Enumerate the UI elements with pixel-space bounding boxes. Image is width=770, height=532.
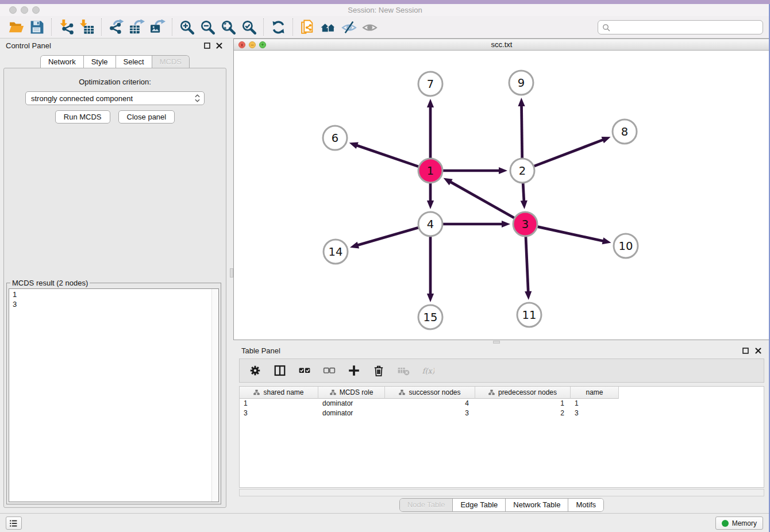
graph-node-4[interactable]: 4	[418, 212, 442, 236]
import-network-button[interactable]	[56, 18, 76, 36]
cell-MCDS-role[interactable]: dominator	[318, 408, 385, 418]
graph-edge-3-11[interactable]	[525, 237, 532, 300]
graph-edge-4-14[interactable]	[350, 228, 418, 248]
cell-successor-nodes[interactable]: 3	[385, 408, 475, 418]
frame-minimize-icon[interactable]: –	[249, 41, 256, 48]
close-panel-icon[interactable]	[215, 42, 223, 49]
first-neighbors-button[interactable]	[318, 18, 338, 36]
graph-edge-2-9[interactable]	[518, 98, 525, 158]
graph-node-8[interactable]: 8	[613, 119, 637, 144]
first-neighbors-icon	[321, 20, 336, 35]
graph-node-10[interactable]: 10	[614, 234, 638, 258]
result-scrollbar[interactable]	[211, 289, 218, 502]
tab-network-table[interactable]: Network Table	[505, 499, 568, 511]
optimization-criterion-select[interactable]: strongly connected component	[25, 91, 205, 105]
float-panel-icon[interactable]	[203, 42, 211, 49]
settings-button[interactable]	[248, 364, 262, 377]
network-frame-titlebar[interactable]: x – + scc.txt	[234, 39, 769, 51]
graph-edge-1-7[interactable]	[427, 99, 434, 158]
export-network-button[interactable]	[106, 18, 126, 36]
select-all-button[interactable]	[298, 364, 311, 377]
cell-MCDS-role[interactable]: dominator	[318, 399, 385, 408]
tab-node-table[interactable]: Node Table	[400, 499, 453, 511]
frame-close-icon[interactable]: x	[238, 41, 245, 48]
export-image-button[interactable]	[147, 18, 168, 36]
function-builder-button: f(x)	[421, 364, 435, 377]
column-header-name[interactable]: name	[571, 387, 619, 399]
graph-edge-3-1[interactable]	[444, 178, 514, 218]
cell-name[interactable]: 3	[571, 408, 619, 418]
zoom-fit-button[interactable]	[218, 18, 238, 36]
table-tabs: Node TableEdge TableNetwork TableMotifs	[399, 498, 604, 512]
open-session-button[interactable]	[6, 18, 26, 36]
control-panel-title: Control Panel	[6, 41, 51, 50]
column-header-predecessor-nodes[interactable]: predecessor nodes	[475, 387, 571, 399]
graph-edge-2-8[interactable]	[534, 137, 611, 166]
close-table-panel-icon[interactable]	[754, 347, 762, 354]
cell-predecessor-nodes[interactable]: 1	[475, 399, 571, 408]
graph-edge-1-4[interactable]	[427, 183, 434, 209]
search-box[interactable]	[598, 20, 763, 34]
graph-edge-2-3[interactable]	[521, 183, 528, 209]
hide-selected-button[interactable]	[338, 18, 359, 36]
tab-edge-table[interactable]: Edge Table	[452, 499, 505, 511]
cell-predecessor-nodes[interactable]: 2	[475, 408, 571, 418]
horizontal-splitter-handle[interactable]	[493, 341, 500, 344]
graph-node-11[interactable]: 11	[517, 303, 541, 327]
mcds-result-textarea[interactable]: 1 3	[9, 288, 219, 502]
refresh-button[interactable]	[268, 18, 288, 36]
graph-node-2[interactable]: 2	[510, 159, 534, 183]
table-toolbar: f(x)	[239, 358, 764, 383]
export-table-button[interactable]	[126, 18, 147, 36]
cell-successor-nodes[interactable]: 4	[385, 399, 475, 408]
svg-text:11: 11	[522, 309, 537, 322]
table-row-2[interactable]: 3dominator323	[240, 408, 764, 418]
deselect-all-button[interactable]	[322, 364, 336, 377]
columns-button[interactable]	[273, 364, 287, 377]
table-row-1[interactable]: 1dominator411	[240, 399, 764, 408]
graph-node-3[interactable]: 3	[513, 212, 537, 236]
graph-node-6[interactable]: 6	[323, 126, 347, 150]
save-session-button[interactable]	[26, 18, 47, 36]
delete-row-button[interactable]	[372, 364, 386, 377]
criterion-selected-value: strongly connected component	[31, 94, 133, 103]
graph-node-15[interactable]: 15	[418, 305, 442, 329]
import-table-button[interactable]	[76, 18, 97, 36]
memory-button[interactable]: Memory	[715, 516, 763, 530]
search-input[interactable]	[610, 22, 763, 33]
graph-edge-1-2[interactable]	[443, 167, 507, 174]
console-list-button[interactable]	[6, 516, 22, 530]
zoom-in-button[interactable]	[176, 18, 197, 36]
horizontal-splitter[interactable]	[233, 340, 770, 345]
graph-edge-4-3[interactable]	[443, 221, 510, 228]
zoom-out-button[interactable]	[197, 18, 218, 36]
network-canvas[interactable]: 7968124314101511	[234, 51, 769, 340]
tab-style[interactable]: Style	[83, 56, 116, 68]
column-header-MCDS-role[interactable]: MCDS role	[318, 387, 385, 399]
add-row-button[interactable]	[347, 364, 361, 377]
graph-edge-4-15[interactable]	[427, 237, 434, 302]
network-from-selection-button[interactable]	[297, 18, 318, 36]
tab-select[interactable]: Select	[116, 56, 152, 68]
frame-maximize-icon[interactable]: +	[259, 41, 266, 48]
column-header-successor-nodes[interactable]: successor nodes	[385, 387, 475, 399]
network-graph[interactable]: 7968124314101511	[234, 51, 769, 340]
tab-mcds[interactable]: MCDS	[152, 56, 189, 68]
cell-shared-name[interactable]: 3	[240, 408, 318, 418]
graph-node-7[interactable]: 7	[418, 72, 442, 96]
zoom-selected-button[interactable]	[238, 18, 259, 36]
run-mcds-button[interactable]: Run MCDS	[55, 110, 110, 124]
graph-edge-1-6[interactable]	[349, 142, 419, 167]
close-panel-button[interactable]: Close panel	[118, 110, 175, 124]
cell-name[interactable]: 1	[571, 399, 619, 408]
float-table-panel-icon[interactable]	[742, 347, 749, 354]
graph-node-14[interactable]: 14	[324, 240, 348, 264]
graph-edge-3-10[interactable]	[537, 227, 611, 245]
tab-network[interactable]: Network	[41, 56, 83, 68]
tab-motifs[interactable]: Motifs	[568, 499, 603, 511]
column-header-shared-name[interactable]: shared name	[240, 387, 318, 399]
cell-shared-name[interactable]: 1	[240, 399, 318, 408]
graph-node-9[interactable]: 9	[509, 71, 533, 95]
graph-node-1[interactable]: 1	[418, 159, 442, 183]
table-horizontal-scrollbar[interactable]	[239, 489, 764, 496]
